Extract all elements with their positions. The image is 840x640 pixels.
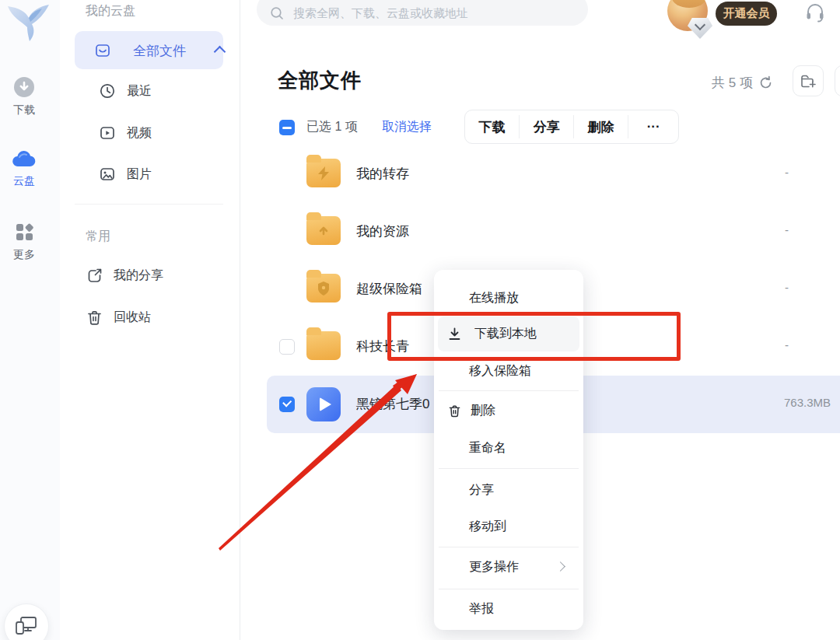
app-window: 下载 云盘 更多 我的云盘 xyxy=(0,0,840,640)
menu-item-more-operations[interactable]: 更多操作 xyxy=(469,558,519,576)
search-bar[interactable] xyxy=(257,0,588,26)
menu-item-rename[interactable]: 重命名 xyxy=(469,439,506,457)
new-folder-button[interactable] xyxy=(793,65,824,96)
rail-item-more[interactable]: 更多 xyxy=(0,222,48,262)
sidebar-item-label: 最近 xyxy=(127,83,152,100)
file-name: 我的转存 xyxy=(356,165,409,183)
trash-icon xyxy=(447,404,462,418)
file-size: - xyxy=(785,166,789,179)
file-name: 黑镜第七季0 xyxy=(356,395,429,413)
row-checkbox[interactable] xyxy=(279,339,295,355)
menu-divider xyxy=(439,390,579,391)
headset-icon xyxy=(804,1,826,24)
menu-item-share[interactable]: 分享 xyxy=(469,481,494,499)
selected-count-label: 已选 1 项 xyxy=(306,119,358,135)
menu-divider xyxy=(439,468,579,469)
file-name: 超级保险箱 xyxy=(356,280,422,298)
device-transfer-button[interactable] xyxy=(4,603,49,640)
open-vip-button[interactable]: 开通会员 xyxy=(716,2,777,26)
file-size: - xyxy=(785,338,789,351)
sidebar-item-my-shares[interactable]: 我的分享 xyxy=(86,266,163,285)
search-input[interactable] xyxy=(292,5,559,20)
menu-item-play-online[interactable]: 在线播放 xyxy=(469,289,519,307)
cloud-icon xyxy=(12,150,37,169)
refresh-icon[interactable] xyxy=(758,75,773,90)
rail-label-cloud-drive: 云盘 xyxy=(0,174,48,188)
folder-icon xyxy=(306,159,341,187)
share-icon xyxy=(86,267,103,285)
sidebar-item-recent[interactable]: 最近 xyxy=(99,82,152,100)
sidebar-item-label: 全部文件 xyxy=(133,42,186,60)
more-grid-icon xyxy=(15,222,34,242)
annotation-highlight-box xyxy=(387,312,681,361)
file-row-my-resources[interactable]: 我的资源 - xyxy=(267,203,840,261)
menu-divider xyxy=(439,547,579,547)
all-files-icon xyxy=(94,42,111,59)
sidebar-item-images[interactable]: 图片 xyxy=(99,165,152,184)
clock-icon xyxy=(99,82,116,100)
support-button[interactable] xyxy=(804,1,826,24)
rail-item-cloud-drive[interactable]: 云盘 xyxy=(0,150,48,188)
file-size: - xyxy=(785,281,789,294)
sidebar-item-videos[interactable]: 视频 xyxy=(99,124,152,142)
video-icon xyxy=(99,124,116,142)
delete-button[interactable]: 删除 xyxy=(574,110,628,143)
rail-label-more: 更多 xyxy=(0,248,48,262)
devices-icon xyxy=(14,615,39,637)
view-toggle-button[interactable] xyxy=(835,65,840,96)
sidebar-item-label: 视频 xyxy=(127,125,152,142)
download-icon xyxy=(14,77,34,97)
vip-badge-icon xyxy=(688,18,712,39)
sidebar-divider xyxy=(75,204,223,205)
row-checkbox[interactable] xyxy=(279,397,295,412)
menu-item-move-to-safe[interactable]: 移入保险箱 xyxy=(469,362,531,380)
action-button-group: 下载 分享 删除 ··· xyxy=(464,110,679,144)
sidebar-item-label: 回收站 xyxy=(114,310,151,326)
lightning-emblem-icon xyxy=(317,166,331,181)
bird-logo-icon xyxy=(5,0,51,47)
file-row-my-transfers[interactable]: 我的转存 - xyxy=(267,145,840,203)
sidebar-item-label: 我的分享 xyxy=(114,268,163,284)
search-icon xyxy=(270,6,284,20)
file-size: 763.3MB xyxy=(784,396,831,409)
file-name: 我的资源 xyxy=(356,222,409,240)
drive-sidebar: 我的云盘 全部文件 最近 视频 xyxy=(60,0,240,640)
download-emblem-icon xyxy=(317,224,331,238)
shield-emblem-icon xyxy=(317,281,331,296)
deselect-link[interactable]: 取消选择 xyxy=(382,119,432,135)
download-button[interactable]: 下载 xyxy=(465,110,519,143)
image-icon xyxy=(99,166,116,183)
select-all-checkbox[interactable] xyxy=(279,120,295,135)
share-button[interactable]: 分享 xyxy=(520,110,573,143)
trash-icon xyxy=(86,309,103,327)
sidebar-section-common: 常用 xyxy=(86,229,110,245)
sidebar-item-all-files[interactable]: 全部文件 xyxy=(75,31,223,69)
more-actions-button[interactable]: ··· xyxy=(628,110,678,143)
folder-plus-icon xyxy=(800,72,817,89)
sidebar-section-my-drive: 我的云盘 xyxy=(86,3,135,19)
app-logo[interactable] xyxy=(5,0,51,47)
folder-icon xyxy=(306,331,341,360)
sidebar-item-recycle-bin[interactable]: 回收站 xyxy=(86,308,151,327)
video-file-icon xyxy=(306,387,341,421)
chevron-up-icon[interactable] xyxy=(214,46,226,58)
rail-label-download: 下载 xyxy=(0,103,48,117)
menu-item-move-to[interactable]: 移动到 xyxy=(469,517,506,536)
menu-divider xyxy=(439,589,579,589)
menu-item-delete[interactable]: 删除 xyxy=(471,401,495,420)
file-size: - xyxy=(785,223,789,236)
folder-icon xyxy=(306,216,341,245)
file-count: 共 5 项 xyxy=(712,74,773,92)
page-title: 全部文件 xyxy=(278,67,362,94)
left-rail: 下载 云盘 更多 xyxy=(0,0,60,640)
rail-item-download[interactable]: 下载 xyxy=(0,77,48,117)
file-count-label: 共 5 项 xyxy=(712,74,753,92)
sidebar-item-label: 图片 xyxy=(127,166,152,183)
menu-item-report[interactable]: 举报 xyxy=(469,600,494,618)
chevron-right-icon xyxy=(555,561,565,572)
folder-icon xyxy=(306,274,341,303)
